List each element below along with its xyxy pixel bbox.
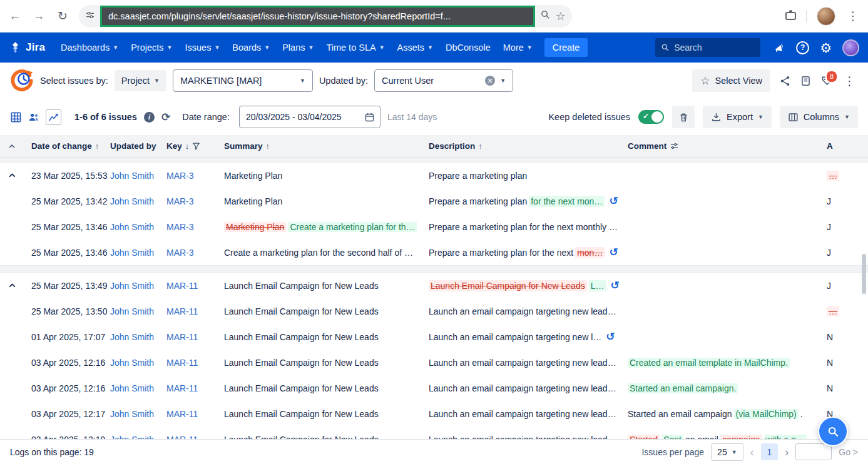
saved-reports-icon[interactable] (800, 75, 812, 87)
labels-icon[interactable]: 8 (820, 75, 832, 87)
header-updated-by[interactable]: Updated by (110, 141, 166, 151)
cell-issue-key-link[interactable]: MAR-3 (166, 171, 194, 181)
nav-item-plans[interactable]: Plans▼ (277, 38, 319, 58)
table-row[interactable]: 03 Apr 2025, 12:16John SmithMAR-11Launch… (0, 375, 868, 401)
info-icon[interactable]: i (144, 112, 155, 123)
next-page-icon[interactable]: › (785, 446, 789, 458)
cell-updated-by-link[interactable]: John Smith (110, 222, 154, 232)
undo-change-icon[interactable]: ↺ (609, 194, 618, 208)
bookmark-star-icon[interactable]: ☆ (556, 9, 566, 23)
columns-button[interactable]: Columns ▼ (780, 106, 858, 128)
calendar-icon[interactable] (364, 112, 375, 123)
cell-issue-key-link[interactable]: MAR-3 (166, 222, 194, 232)
reload-icon[interactable]: ↻ (55, 9, 70, 23)
cell-updated-by-link[interactable]: John Smith (110, 435, 154, 440)
cell-updated-by-link[interactable]: John Smith (110, 332, 154, 342)
settings-gear-icon[interactable]: ⚙ (820, 41, 832, 54)
filter-mode-dropdown[interactable]: Project▼ (115, 70, 166, 91)
cell-issue-key-link[interactable]: MAR-11 (166, 383, 198, 393)
header-key[interactable]: Key↓ (166, 141, 224, 151)
page-jump-input[interactable] (795, 443, 832, 460)
url-text[interactable]: dc.saasjet.com/plugins/servlet/saasjet/i… (100, 6, 535, 27)
header-assignee-clipped[interactable]: A (827, 141, 868, 151)
create-button[interactable]: Create (544, 38, 588, 57)
back-icon[interactable]: ← (8, 9, 23, 23)
cell-updated-by-link[interactable]: John Smith (110, 171, 154, 181)
table-row[interactable]: 03 Apr 2025, 12:16John SmithMAR-11Launch… (0, 350, 868, 375)
updated-by-select[interactable]: Current User ✕ ▼ (374, 69, 513, 92)
cell-issue-key-link[interactable]: MAR-11 (166, 435, 198, 440)
table-row[interactable]: 03 Apr 2025, 12:17John SmithMAR-11Launch… (0, 401, 868, 426)
table-row[interactable]: 23 Mar 2025, 15:53John SmithMAR-3Marketi… (0, 163, 868, 188)
table-row[interactable]: 01 Apr 2025, 17:07John SmithMAR-11Launch… (0, 324, 868, 350)
group-collapse-icon[interactable] (8, 281, 16, 290)
table-row[interactable]: 03 Apr 2025, 12:19John SmithMAR-11Launch… (0, 426, 868, 439)
announcements-icon[interactable] (773, 41, 785, 54)
cell-issue-key-link[interactable]: MAR-11 (166, 306, 198, 316)
table-row[interactable]: 25 Mar 2025, 13:50John SmithMAR-11Launch… (0, 298, 868, 324)
table-row[interactable]: 25 Mar 2025, 13:49John SmithMAR-11Launch… (0, 273, 868, 298)
header-description[interactable]: Description↑ (429, 141, 628, 151)
forward-icon[interactable]: → (31, 9, 46, 23)
refresh-icon[interactable]: ⟳ (161, 111, 170, 124)
export-button[interactable]: Export ▼ (703, 106, 772, 128)
jira-logo[interactable]: Jira (9, 41, 45, 54)
sort-desc-icon[interactable]: ↓ (185, 141, 190, 151)
group-collapse-icon[interactable] (8, 171, 16, 179)
jira-profile-avatar[interactable] (842, 39, 859, 56)
go-to-page-label[interactable]: Go > (839, 447, 858, 457)
zoom-icon[interactable] (540, 9, 551, 23)
header-summary[interactable]: Summary↑ (224, 141, 429, 151)
nav-item-dbconsole[interactable]: DbConsole (440, 38, 496, 58)
table-row[interactable]: 25 Mar 2025, 13:46John SmithMAR-3Create … (0, 240, 868, 265)
header-date[interactable]: Date of change↑ (24, 141, 110, 151)
project-select[interactable]: MARKETING [MAR]▼ (173, 69, 313, 92)
undo-change-icon[interactable]: ↺ (606, 330, 615, 343)
date-range-value[interactable] (246, 112, 359, 122)
more-options-icon[interactable]: ⋮ (841, 74, 858, 88)
filter-funnel-icon[interactable] (192, 142, 200, 150)
sort-asc-icon[interactable]: ↑ (478, 141, 483, 151)
nav-item-issues[interactable]: Issues▼ (179, 38, 225, 58)
preset-range-text[interactable]: Last 14 days (387, 112, 437, 122)
browser-profile-avatar[interactable] (817, 7, 835, 26)
page-size-select[interactable]: 25▼ (711, 443, 743, 461)
prev-page-icon[interactable]: ‹ (750, 446, 754, 458)
cell-updated-by-link[interactable]: John Smith (110, 281, 154, 291)
page-number-button[interactable]: 1 (761, 443, 778, 460)
cell-issue-key-link[interactable]: MAR-3 (166, 248, 194, 258)
keep-deleted-toggle[interactable]: ✓ (638, 110, 664, 124)
undo-change-icon[interactable]: ↺ (611, 279, 620, 292)
share-icon[interactable] (779, 75, 791, 87)
collapse-all-icon[interactable] (8, 143, 16, 150)
clear-filter-icon[interactable]: ✕ (485, 76, 495, 86)
cell-updated-by-link[interactable]: John Smith (110, 358, 154, 368)
cell-issue-key-link[interactable]: MAR-11 (166, 332, 198, 342)
cell-updated-by-link[interactable]: John Smith (110, 248, 154, 258)
cell-issue-key-link[interactable]: MAR-3 (166, 196, 194, 206)
address-bar[interactable]: dc.saasjet.com/plugins/servlet/saasjet/i… (79, 5, 572, 28)
cell-issue-key-link[interactable]: MAR-11 (166, 358, 198, 368)
users-view-icon[interactable] (28, 111, 40, 123)
nav-item-projects[interactable]: Projects▼ (125, 38, 178, 58)
nav-item-boards[interactable]: Boards▼ (227, 38, 275, 58)
cell-issue-key-link[interactable]: MAR-11 (166, 409, 198, 419)
cell-issue-key-link[interactable]: MAR-11 (166, 281, 198, 291)
sort-asc-icon[interactable]: ↑ (95, 141, 100, 151)
comment-settings-icon[interactable] (670, 141, 679, 151)
global-search-input[interactable]: Search (655, 38, 760, 57)
select-view-button[interactable]: ☆ Select View (692, 69, 770, 92)
cell-updated-by-link[interactable]: John Smith (110, 409, 154, 419)
nav-item-dashboards[interactable]: Dashboards▼ (55, 38, 124, 58)
sort-asc-icon[interactable]: ↑ (266, 141, 270, 151)
help-icon[interactable]: ? (796, 41, 809, 54)
cell-updated-by-link[interactable]: John Smith (110, 196, 154, 206)
header-comment[interactable]: Comment (628, 141, 827, 151)
table-row[interactable]: 25 Mar 2025, 13:46John SmithMAR-3Marketi… (0, 214, 868, 240)
table-row[interactable]: 25 Mar 2025, 13:42John SmithMAR-3Marketi… (0, 188, 868, 214)
site-settings-icon[interactable] (85, 10, 95, 23)
cell-updated-by-link[interactable]: John Smith (110, 383, 154, 393)
floating-search-button[interactable] (818, 416, 848, 446)
undo-change-icon[interactable]: ↺ (609, 246, 618, 259)
cell-updated-by-link[interactable]: John Smith (110, 306, 154, 316)
